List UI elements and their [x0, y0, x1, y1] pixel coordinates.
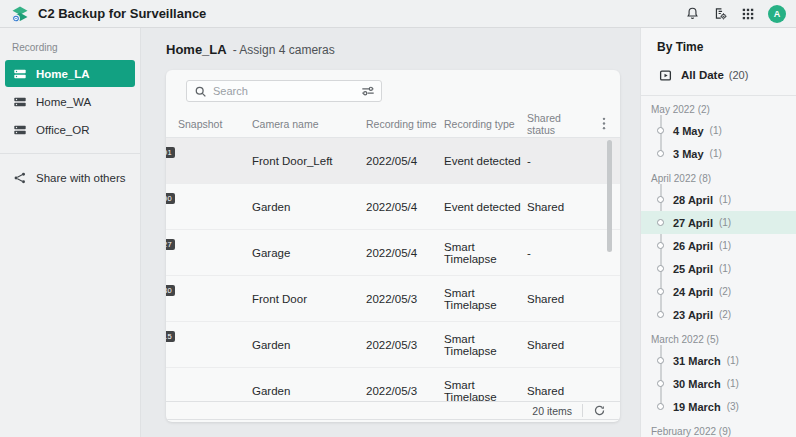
- sidebar-divider: [0, 153, 140, 154]
- column-snapshot[interactable]: Snapshot: [178, 118, 252, 130]
- all-date-label: All Date: [681, 69, 724, 81]
- day-filter-27-april[interactable]: 27 April (1): [641, 211, 796, 234]
- timeline-dot-icon: [657, 127, 664, 134]
- timeline-dot-icon: [657, 219, 664, 226]
- shared-status-cell: Shared: [527, 339, 584, 351]
- page-title: Home_LA: [166, 42, 227, 57]
- table-footer: 20 items: [166, 402, 620, 420]
- timeline-dot-icon: [657, 403, 664, 410]
- search-placeholder: Search: [213, 85, 355, 97]
- day-filter-26-april[interactable]: 26 April (1): [641, 234, 796, 257]
- day-filter-4-may[interactable]: 4 May (1): [641, 119, 796, 142]
- recording-time-cell: 2022/05/3: [366, 293, 444, 305]
- camera-name-cell: Front Door: [252, 293, 366, 305]
- timeline-dot-icon: [657, 150, 664, 157]
- recordings-card: Search Snapshot Camera name Recording ti…: [166, 70, 620, 422]
- timeline-dot-icon: [657, 380, 664, 387]
- day-filter-28-april[interactable]: 28 April (1): [641, 188, 796, 211]
- refresh-icon[interactable]: [593, 404, 606, 417]
- by-time-title: By Time: [641, 40, 796, 54]
- shared-status-cell: Shared: [527, 385, 584, 397]
- recordings-table: 10:01 Front Door_Left 2022/05/4 Event de…: [166, 138, 620, 402]
- table-row[interactable]: 09:27 Garage 2022/05/4 Smart Timelapse -: [166, 230, 620, 276]
- sidebar-item-label: Share with others: [36, 172, 126, 184]
- camera-name-cell: Garden: [252, 339, 366, 351]
- device-settings-icon[interactable]: [712, 6, 728, 22]
- day-filter-31-march[interactable]: 31 March (1): [641, 349, 796, 372]
- footer-divider: [582, 404, 583, 417]
- sidebar-item-office-or[interactable]: Office_OR: [5, 116, 135, 143]
- month-label: March 2022 (5): [641, 329, 796, 349]
- table-row[interactable]: 30:00 Garden 2022/05/4 Event detected Sh…: [166, 184, 620, 230]
- month-label: May 2022 (2): [641, 99, 796, 119]
- column-recording-time[interactable]: Recording time: [366, 118, 444, 130]
- recording-type-cell: Smart Timelapse: [444, 241, 527, 265]
- shared-status-cell: -: [527, 155, 584, 167]
- day-filter-19-march[interactable]: 19 March (3): [641, 395, 796, 418]
- shared-status-cell: Shared: [527, 293, 584, 305]
- day-filter-3-may[interactable]: 3 May (1): [641, 142, 796, 165]
- camera-name-cell: Garage: [252, 247, 366, 259]
- app-grid-icon[interactable]: [740, 6, 756, 22]
- recording-type-cell: Smart Timelapse: [444, 333, 527, 357]
- page-header: Home_LA - Assign 4 cameras: [141, 28, 640, 57]
- month-label: April 2022 (8): [641, 168, 796, 188]
- month-label: February 2022 (9): [641, 421, 796, 437]
- recording-type-cell: Smart Timelapse: [444, 379, 527, 402]
- table-scrollbar[interactable]: [607, 140, 612, 252]
- table-header: Snapshot Camera name Recording time Reco…: [166, 110, 620, 138]
- c2-logo-icon: [10, 4, 30, 24]
- app-title: C2 Backup for Surveillance: [38, 6, 206, 21]
- user-avatar[interactable]: A: [768, 5, 786, 23]
- table-row[interactable]: 21:30 Front Door 2022/05/3 Smart Timelap…: [166, 276, 620, 322]
- sidebar-item-label: Office_OR: [36, 124, 89, 136]
- day-filter-23-april[interactable]: 23 April (2): [641, 303, 796, 326]
- timeline-dot-icon: [657, 357, 664, 364]
- search-input[interactable]: Search: [186, 80, 382, 102]
- camera-name-cell: Garden: [252, 385, 366, 397]
- sidebar-item-share-with-others[interactable]: Share with others: [5, 164, 135, 191]
- all-date-count: (20): [729, 69, 749, 81]
- bell-icon[interactable]: [684, 6, 700, 22]
- recording-type-cell: Smart Timelapse: [444, 287, 527, 311]
- recording-time-cell: 2022/05/3: [366, 339, 444, 351]
- timeline-dot-icon: [657, 265, 664, 272]
- column-camera-name[interactable]: Camera name: [252, 118, 366, 130]
- all-date-icon: [659, 69, 672, 82]
- recording-time-cell: 2022/05/4: [366, 247, 444, 259]
- main-content: Home_LA - Assign 4 cameras Search: [141, 28, 640, 437]
- camera-name-cell: Front Door_Left: [252, 155, 366, 167]
- column-recording-type[interactable]: Recording type: [444, 118, 527, 130]
- timeline-dot-icon: [657, 196, 664, 203]
- more-options-icon[interactable]: [602, 117, 606, 130]
- nas-server-icon: [13, 123, 27, 137]
- filter-tune-icon[interactable]: [361, 84, 375, 98]
- column-shared-status[interactable]: Shared status: [527, 112, 584, 136]
- recording-time-cell: 2022/05/3: [366, 385, 444, 397]
- search-icon: [194, 85, 207, 98]
- day-filter-30-march[interactable]: 30 March (1): [641, 372, 796, 395]
- nas-server-icon: [13, 95, 27, 109]
- page-subtitle: - Assign 4 cameras: [233, 43, 335, 57]
- items-count: 20 items: [532, 405, 572, 417]
- recording-type-cell: Event detected: [444, 201, 527, 213]
- share-icon: [13, 171, 27, 185]
- by-time-panel: By Time All Date (20) May 2022 (2) 4 May…: [640, 28, 796, 437]
- table-row[interactable]: Garden 2022/05/3 Smart Timelapse Shared: [166, 368, 620, 402]
- sidebar-item-label: Home_WA: [36, 96, 91, 108]
- recording-time-cell: 2022/05/4: [366, 155, 444, 167]
- sidebar-item-home-la[interactable]: Home_LA: [5, 60, 135, 87]
- timeline-dot-icon: [657, 311, 664, 318]
- day-filter-24-april[interactable]: 24 April (2): [641, 280, 796, 303]
- all-date-filter[interactable]: All Date (20): [641, 62, 796, 88]
- day-filter-25-april[interactable]: 25 April (1): [641, 257, 796, 280]
- table-row[interactable]: 10:01 Front Door_Left 2022/05/4 Event de…: [166, 138, 620, 184]
- recording-sidebar: Recording Home_LA Home_WA Offic: [0, 28, 141, 437]
- shared-status-cell: Shared: [527, 201, 584, 213]
- sidebar-item-home-wa[interactable]: Home_WA: [5, 88, 135, 115]
- by-time-divider: [641, 95, 796, 96]
- sidebar-section-label: Recording: [0, 36, 140, 59]
- shared-status-cell: -: [527, 247, 584, 259]
- recording-time-cell: 2022/05/4: [366, 201, 444, 213]
- table-row[interactable]: 20:15 Garden 2022/05/3 Smart Timelapse S…: [166, 322, 620, 368]
